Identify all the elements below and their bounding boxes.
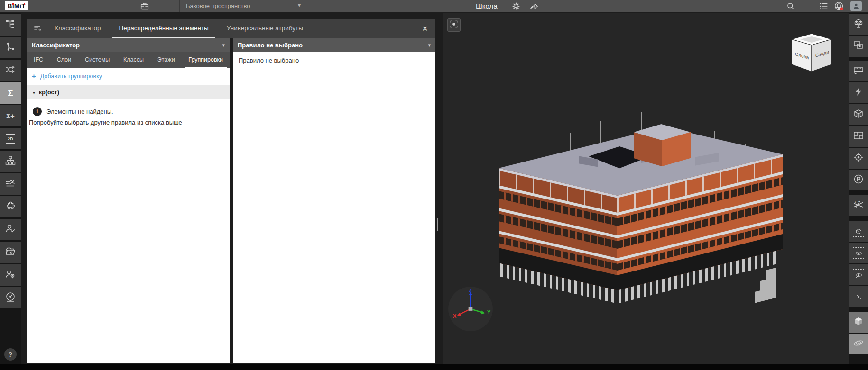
isolate-element-button[interactable] xyxy=(849,221,868,242)
hide-element-button[interactable] xyxy=(849,264,868,285)
briefcase-icon[interactable] xyxy=(139,0,150,12)
flag-icon xyxy=(853,173,864,187)
clear-selection-button[interactable] xyxy=(849,286,868,307)
tab-classifier[interactable]: Классификатор xyxy=(48,19,107,38)
info-icon: i xyxy=(33,107,42,116)
focus-target-button[interactable] xyxy=(849,148,868,169)
subtab-ifc[interactable]: IFC xyxy=(30,52,47,68)
rule-empty-text: Правило не выбрано xyxy=(233,52,435,69)
view-2d-icon: 2D xyxy=(6,134,15,144)
model-tree-button[interactable] xyxy=(0,14,21,36)
clear-selection-icon xyxy=(853,291,864,302)
view-cube-button[interactable] xyxy=(849,312,868,333)
rule-column: Правило не выбрано ▾ Правило не выбрано xyxy=(233,38,435,363)
tab-universal-attributes[interactable]: Универсальные атрибуты xyxy=(220,19,310,38)
top-bar: BiMiT Базовое пространство ▾ Школа xyxy=(0,0,868,12)
summary-button[interactable]: Σ xyxy=(0,82,21,104)
plugins-button[interactable] xyxy=(0,196,21,217)
subtab-layers[interactable]: Слои xyxy=(53,52,75,68)
collisions-icon xyxy=(5,64,16,77)
structure-icon xyxy=(5,155,16,168)
chevron-down-icon: ▾ xyxy=(428,42,431,48)
floor-plan-button[interactable] xyxy=(849,126,868,147)
classifier-subtabs: IFC Слои Системы Классы Этажи Группировк… xyxy=(27,52,230,68)
clash-flash-icon xyxy=(853,86,864,99)
user-check-button[interactable] xyxy=(0,219,21,240)
axis-grid-button[interactable]: 12 xyxy=(849,195,868,216)
hide-element-icon xyxy=(853,269,864,280)
classifier-dropdown[interactable]: Классификатор ▾ xyxy=(27,38,230,52)
tab-unallocated-elements[interactable]: Нераспределённые элементы xyxy=(112,19,215,38)
user-location-icon xyxy=(5,269,16,282)
add-grouping-label: Добавить группировку xyxy=(40,73,102,80)
section-box-button[interactable] xyxy=(849,104,868,125)
left-toolbar: Σ Σ+ 2D ? xyxy=(0,13,21,370)
folder-share-button[interactable] xyxy=(0,242,21,263)
user-check-icon xyxy=(5,223,16,236)
empty-state-title: Элементы не найдены. xyxy=(46,108,113,115)
menu-list-icon[interactable] xyxy=(818,0,830,12)
charts-button[interactable] xyxy=(0,173,21,195)
rule-dropdown[interactable]: Правило не выбрано ▾ xyxy=(233,38,435,52)
panel-collapse-icon[interactable] xyxy=(27,19,48,38)
notifications-bell-icon[interactable] xyxy=(833,0,845,12)
rule-dropdown-label: Правило не выбрано xyxy=(238,42,303,49)
workspace-selector[interactable]: Базовое пространство xyxy=(186,2,250,9)
orbit-button[interactable] xyxy=(849,334,868,354)
share-icon[interactable] xyxy=(528,0,540,12)
navigation-cube[interactable]: Слева Сзади xyxy=(787,31,836,76)
project-title: Школа xyxy=(476,2,498,10)
tree-visibility-button[interactable] xyxy=(849,14,868,35)
svg-text:1: 1 xyxy=(855,200,856,203)
subtab-systems[interactable]: Системы xyxy=(81,52,113,68)
show-element-button[interactable] xyxy=(849,243,868,263)
grouping-row[interactable]: ▾ кр(ост) xyxy=(27,85,230,99)
classifier-dropdown-label: Классификатор xyxy=(32,42,80,49)
axis-z-label: Z xyxy=(469,288,472,293)
user-location-button[interactable] xyxy=(0,264,21,286)
orbit-icon xyxy=(853,337,864,351)
viewport-screenshot-button[interactable] xyxy=(447,18,461,32)
building-model xyxy=(499,126,783,329)
ruler-button[interactable] xyxy=(849,61,868,81)
flag-button[interactable] xyxy=(849,170,868,190)
subtab-classes[interactable]: Классы xyxy=(120,52,148,68)
empty-state: i Элементы не найдены. Попробуйте выбрат… xyxy=(27,99,230,126)
axis-y-label: Y xyxy=(487,309,491,315)
panel-tabs-bar: Классификатор Нераспределённые элементы … xyxy=(27,19,435,38)
app-logo[interactable]: BiMiT xyxy=(5,1,28,10)
plugins-icon xyxy=(5,200,16,214)
selection-area-button[interactable] xyxy=(849,36,868,57)
view-2d-button[interactable]: 2D xyxy=(0,128,21,149)
show-element-icon xyxy=(853,247,864,259)
camera-icon xyxy=(449,19,459,31)
gauge-button[interactable] xyxy=(0,287,21,308)
viewport-3d[interactable]: Слева Сзади Z X Y xyxy=(443,13,849,370)
user-avatar-icon[interactable] xyxy=(850,1,862,11)
ruler-icon xyxy=(853,64,864,78)
axis-gizmo[interactable]: Z X Y xyxy=(448,287,493,331)
classifier-column: Классификатор ▾ IFC Слои Системы Классы … xyxy=(27,38,230,363)
subtab-groupings[interactable]: Группировки xyxy=(185,52,227,68)
folder-share-icon xyxy=(5,246,16,259)
model-tree-icon xyxy=(5,18,16,32)
workspace-caret-icon[interactable]: ▾ xyxy=(298,2,301,9)
selection-area-icon xyxy=(853,40,864,53)
add-grouping-button[interactable]: + Добавить группировку xyxy=(27,68,230,83)
section-box-icon xyxy=(853,108,864,121)
collisions-button[interactable] xyxy=(0,60,21,81)
caret-down-icon: ▾ xyxy=(33,90,35,95)
summary-add-button[interactable]: Σ+ xyxy=(0,105,21,126)
search-icon[interactable] xyxy=(785,0,796,12)
structure-button[interactable] xyxy=(0,151,21,172)
node-select-button[interactable] xyxy=(0,37,21,58)
clash-flash-button[interactable] xyxy=(849,82,868,103)
axis-x-label: X xyxy=(453,313,457,319)
charts-icon xyxy=(5,178,16,191)
panel-resize-handle[interactable] xyxy=(437,218,438,231)
subtab-floors[interactable]: Этажи xyxy=(154,52,179,68)
bottom-strip xyxy=(0,364,868,370)
settings-gear-icon[interactable] xyxy=(510,0,522,12)
panel-close-button[interactable]: × xyxy=(415,19,435,38)
help-button[interactable]: ? xyxy=(4,348,17,361)
